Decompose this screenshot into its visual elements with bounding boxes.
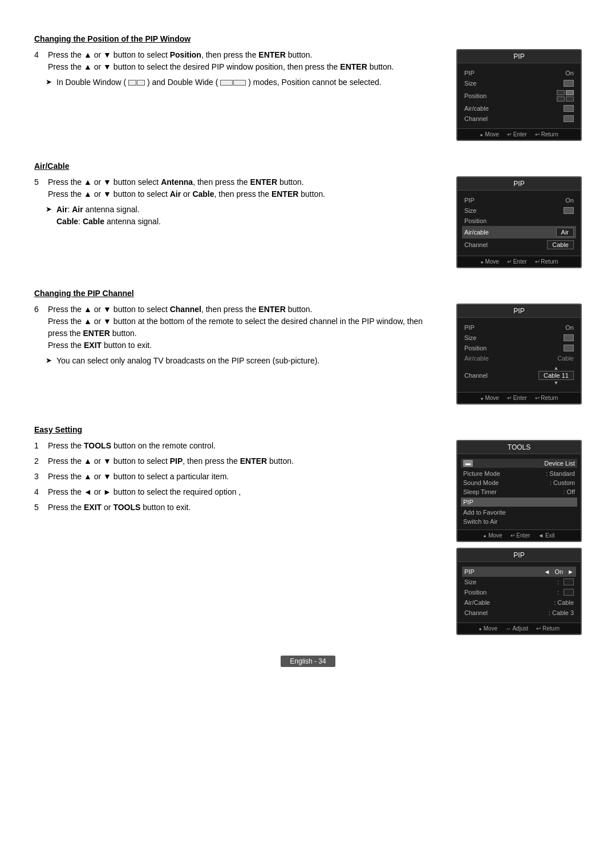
tools-picture-mode: Picture Mode : Standard [463,469,575,478]
section2-row: 5 Press the ▲ or ▼ button select Antenna… [34,176,582,268]
section4-title: Easy Setting [34,425,582,434]
pip-screen-4-rows: PIP ◄ On ► Size : Position : [457,562,581,622]
easy-step-4: 4 Press the ◄ or ► button to select the … [34,486,433,498]
pip3-row-pip: PIP On [464,322,574,333]
step-6-text: Press the ▲ or ▼ button to select Channe… [48,304,433,351]
pip-screen-3-bottom: ⬥ Move ↵ Enter ↩ Return [457,392,581,403]
easy-step-3: 3 Press the ▲ or ▼ button to select a pa… [34,471,433,483]
pip-screen-1-rows: PIP On Size Position [457,63,581,128]
easy-step-5-number: 5 [34,502,42,514]
section-aircable: Air/Cable 5 Press the ▲ or ▼ button sele… [34,161,582,268]
tools-sleep-timer: Sleep Timer : Off [463,487,575,496]
pip2-row-size: Size [464,205,574,216]
easy-step-2: 2 Press the ▲ or ▼ button to select PIP,… [34,455,433,467]
pip4-row-position: Position : [464,587,574,597]
tools-rows: ▬ Device List Picture Mode : Standard So… [457,454,581,529]
pip4-row-pip: PIP ◄ On ► [462,567,576,577]
easy-step-2-number: 2 [34,455,42,467]
step-5-number: 5 [34,176,43,200]
pip-screen-3-rows: PIP On Size Position Air/cable Cable Cha… [457,318,581,392]
step-4-arrow-text: In Double Window ( ) and Double Wide ( )… [56,76,433,88]
tools-screen: TOOLS ▬ Device List Picture Mode : Stand… [456,440,582,542]
arrow-symbol: ➤ [46,76,52,88]
pip2-row-pip: PIP On [464,195,574,205]
section4-content: 1 Press the TOOLS button on the remote c… [34,440,433,517]
step-4-text: Press the ▲ or ▼ button to select Positi… [48,49,433,73]
pip2-row-channel: Channel Cable [464,238,574,251]
pip2-row-position: Position [464,216,574,226]
pip-screen-2-title: PIP [457,177,581,191]
step-4-number: 4 [34,49,43,73]
tools-title: TOOLS [457,441,581,454]
step-5-text: Press the ▲ or ▼ button select Antenna, … [48,176,433,200]
arrow-symbol-3: ➤ [46,355,52,367]
easy-step-5: 5 Press the EXIT or TOOLS button to exit… [34,502,433,514]
step-6-number: 6 [34,304,43,351]
easy-step-3-number: 3 [34,471,42,483]
arrow-symbol-2: ➤ [46,204,52,228]
section-easy-setting: Easy Setting 1 Press the TOOLS button on… [34,425,582,635]
step-5-arrow1: ➤ Air: Air antenna signal. Cable: Cable … [46,204,433,228]
pip3-row-position: Position [464,343,574,353]
section1-row: 4 Press the ▲ or ▼ button to select Posi… [34,49,582,141]
easy-step-1-number: 1 [34,440,42,452]
step-6: 6 Press the ▲ or ▼ button to select Chan… [34,304,433,351]
section4-row: 1 Press the TOOLS button on the remote c… [34,440,582,635]
tools-bottom-bar: ⬥ Move ↵ Enter ◄ Exit [457,529,581,541]
pip-screen-1-bottom: ⬥ Move ↵ Enter ↩ Return [457,128,581,140]
pip3-row-size: Size [464,333,574,343]
tools-switch-air: Switch to Air [463,517,575,526]
step-4: 4 Press the ▲ or ▼ button to select Posi… [34,49,433,73]
pip4-row-size: Size : [464,577,574,587]
pip-screen-4-title: PIP [457,549,581,562]
section3-title: Changing the PIP Channel [34,289,582,298]
easy-step-1-text: Press the TOOLS button on the remote con… [48,440,216,452]
page-number-badge: English - 34 [281,656,335,667]
pip3-row-channel: Channel ▲ Cable 11 ▼ [464,363,574,387]
section1-title: Changing the Position of the PIP Window [34,34,582,43]
section-pip-channel: Changing the PIP Channel 6 Press the ▲ o… [34,289,582,405]
section1-content: 4 Press the ▲ or ▼ button to select Posi… [34,49,433,91]
pip-screen-4: PIP PIP ◄ On ► Size : [456,548,582,635]
tools-add-favorite: Add to Favorite [463,508,575,517]
pip-screen-3: PIP PIP On Size Position Air/cable Cable [456,304,582,405]
easy-step-1: 1 Press the TOOLS button on the remote c… [34,440,433,452]
pip-row-size: Size [464,78,574,88]
pip-screen-3-title: PIP [457,305,581,318]
section3-content: 6 Press the ▲ or ▼ button to select Chan… [34,304,433,369]
pip4-row-aircable: Air/Cable : Cable [464,597,574,608]
page-footer: English - 34 [34,656,582,667]
step-6-arrow-text: You can select only analog TV broadcasts… [56,355,433,367]
tools-pip: PIP [461,498,577,507]
pip3-row-aircable: Air/cable Cable [464,353,574,363]
easy-step-2-text: Press the ▲ or ▼ button to select PIP, t… [48,455,294,467]
step-5-arrow1-text: Air: Air antenna signal. Cable: Cable an… [56,204,433,228]
pip-screen-4-bottom: ⬥ Move ↔ Adjust ↩ Return [457,622,581,634]
pip-screen-2: PIP PIP On Size Position Air/cable Air [456,176,582,268]
tools-sound-mode: Sound Mode : Custom [463,478,575,487]
step-4-arrow: ➤ In Double Window ( ) and Double Wide (… [46,76,433,88]
easy-screens-col: TOOLS ▬ Device List Picture Mode : Stand… [456,440,582,635]
pip-row-position: Position [464,88,574,103]
section3-row: 6 Press the ▲ or ▼ button to select Chan… [34,304,582,405]
pip2-row-aircable: Air/cable Air [462,226,576,238]
pip-screen-1-title: PIP [457,50,581,63]
pip-screen-2-rows: PIP On Size Position Air/cable Air Chann… [457,191,581,256]
step-5: 5 Press the ▲ or ▼ button select Antenna… [34,176,433,200]
pip4-row-channel: Channel : Cable 3 [464,608,574,618]
pip-screen-1: PIP PIP On Size Position [456,49,582,141]
pip-row-aircable: Air/cable [464,103,574,114]
tools-device-list: ▬ Device List [461,459,577,468]
section2-title: Air/Cable [34,161,582,171]
easy-step-5-text: Press the EXIT or TOOLS button to exit. [48,502,191,514]
pip-row-channel: Channel [464,114,574,124]
section2-content: 5 Press the ▲ or ▼ button select Antenna… [34,176,433,230]
section-pip-position: Changing the Position of the PIP Window … [34,34,582,141]
pip-screen-2-bottom: ⬥ Move ↵ Enter ↩ Return [457,256,581,267]
easy-step-4-number: 4 [34,486,42,498]
easy-step-3-text: Press the ▲ or ▼ button to select a part… [48,471,229,483]
step-6-arrow: ➤ You can select only analog TV broadcas… [46,355,433,367]
easy-step-4-text: Press the ◄ or ► button to select the re… [48,486,241,498]
pip-row-pip: PIP On [464,68,574,78]
